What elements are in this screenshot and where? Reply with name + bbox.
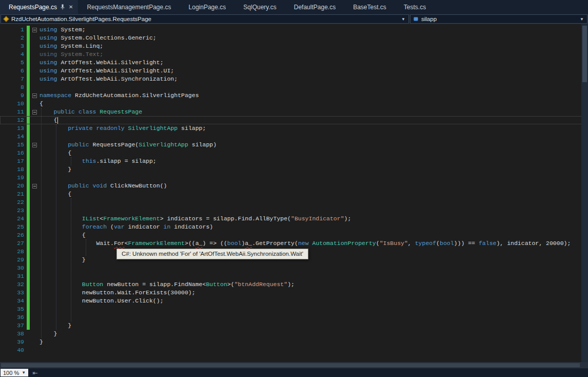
code-line-21[interactable]: 21 { <box>0 190 588 198</box>
fold-margin <box>30 157 40 165</box>
code-text: Wait.For<FrameworkElement>((a_) => ((boo… <box>40 239 571 248</box>
fold-margin <box>30 42 40 50</box>
code-line-35[interactable]: 35 <box>0 305 588 313</box>
line-number: 7 <box>0 75 27 83</box>
code-line-37[interactable]: 37 } <box>0 322 588 330</box>
code-line-27[interactable]: 27 Wait.For<FrameworkElement>((a_) => ((… <box>0 239 588 248</box>
code-line-3[interactable]: 3using System.Linq; <box>0 42 588 50</box>
code-line-13[interactable]: 13 private readonly SilverlightApp silap… <box>0 124 588 133</box>
code-line-30[interactable]: 30 <box>0 264 588 272</box>
code-line-16[interactable]: 16 { <box>0 149 588 157</box>
code-line-18[interactable]: 18 } <box>0 165 588 174</box>
code-line-34[interactable]: 34 newButton.User.Click(); <box>0 297 588 305</box>
code-line-4[interactable]: 4using System.Text; <box>0 50 588 59</box>
tab-requestsmanagementpage-cs[interactable]: RequestsManagementPage.cs <box>78 0 180 14</box>
splitter-handle-icon[interactable]: ⇤ <box>32 370 37 376</box>
status-bar: 100 % ▼ ⇤ <box>0 368 588 377</box>
line-number: 28 <box>0 248 27 256</box>
code-line-32[interactable]: 32 Button newButton = silapp.FindName<Bu… <box>0 280 588 289</box>
code-line-31[interactable]: 31 <box>0 272 588 280</box>
line-number: 5 <box>0 59 27 67</box>
code-line-9[interactable]: 9namespace RzdUchetAutomation.Silverligh… <box>0 91 588 100</box>
code-line-6[interactable]: 6using ArtOfTest.WebAii.Silverlight.UI; <box>0 67 588 75</box>
line-number: 25 <box>0 223 27 231</box>
code-line-33[interactable]: 33 newButton.Wait.ForExists(30000); <box>0 289 588 297</box>
collapse-icon[interactable] <box>32 28 37 32</box>
code-line-10[interactable]: 10{ <box>0 100 588 108</box>
code-text: namespace RzdUchetAutomation.Silverlight… <box>40 91 199 100</box>
code-editor[interactable]: 1using System;2using System.Collections.… <box>0 24 588 362</box>
collapse-icon[interactable] <box>32 184 37 188</box>
code-line-15[interactable]: 15 public RequestsPage(SilverlightApp si… <box>0 141 588 149</box>
tab-requestspage-cs[interactable]: RequestsPage.cs✕ <box>0 0 78 14</box>
line-number: 39 <box>0 338 27 346</box>
horizontal-scrollbar[interactable] <box>0 362 588 368</box>
code-line-2[interactable]: 2using System.Collections.Generic; <box>0 34 588 42</box>
tab-basetest-cs[interactable]: BaseTest.cs <box>344 0 395 14</box>
code-line-1[interactable]: 1using System; <box>0 26 588 34</box>
code-line-24[interactable]: 24 IList<FrameworkElement> indicators = … <box>0 215 588 223</box>
code-line-19[interactable]: 19 <box>0 174 588 182</box>
indent-guide <box>56 124 56 330</box>
fold-margin <box>30 322 40 330</box>
fold-margin <box>30 206 40 215</box>
code-line-40[interactable]: 40 <box>0 346 588 354</box>
code-line-8[interactable]: 8 <box>0 83 588 91</box>
pin-icon[interactable] <box>61 4 65 10</box>
tab-tests-cs[interactable]: Tests.cs <box>395 0 435 14</box>
chevron-down-icon[interactable]: ▼ <box>580 17 584 22</box>
navigation-bar: RzdUchetAutomation.SilverlightPages.Requ… <box>0 14 588 24</box>
horizontal-scrollbar-thumb[interactable] <box>1 363 580 367</box>
tab-sqlquery-cs[interactable]: SqlQuery.cs <box>234 0 285 14</box>
code-line-7[interactable]: 7using ArtOfTest.WebAii.Synchronization; <box>0 75 588 83</box>
collapse-icon[interactable] <box>32 93 37 98</box>
code-line-5[interactable]: 5using ArtOfTest.WebAii.Silverlight; <box>0 59 588 67</box>
collapse-icon[interactable] <box>32 143 37 147</box>
chevron-down-icon[interactable]: ▼ <box>401 17 405 22</box>
code-line-39[interactable]: 39} <box>0 338 588 346</box>
type-dropdown[interactable]: RzdUchetAutomation.SilverlightPages.Requ… <box>1 14 409 24</box>
code-text: using System.Collections.Generic; <box>40 34 156 42</box>
member-dropdown-value: silapp <box>421 16 437 22</box>
line-number: 20 <box>0 182 27 190</box>
line-number: 1 <box>0 26 27 34</box>
line-number: 17 <box>0 157 27 165</box>
member-dropdown[interactable]: silapp ▼ <box>410 14 587 24</box>
zoom-dropdown[interactable]: 100 % ▼ <box>1 369 28 376</box>
tab-loginpage-cs[interactable]: LoginPage.cs <box>180 0 235 14</box>
code-text: using ArtOfTest.WebAii.Silverlight.UI; <box>40 67 174 75</box>
code-line-20[interactable]: 20 public void ClickNewButton() <box>0 182 588 190</box>
line-number: 10 <box>0 100 27 108</box>
code-line-26[interactable]: 26 { <box>0 231 588 239</box>
code-line-14[interactable]: 14 <box>0 133 588 141</box>
code-line-22[interactable]: 22 <box>0 198 588 206</box>
line-number: 3 <box>0 42 27 50</box>
vertical-scrollbar-thumb[interactable] <box>582 26 587 82</box>
code-text: newButton.User.Click(); <box>40 297 164 305</box>
fold-margin <box>30 248 40 256</box>
fold-margin <box>30 108 40 116</box>
line-number: 21 <box>0 190 27 198</box>
code-line-23[interactable]: 23 <box>0 206 588 215</box>
fold-margin <box>30 330 40 338</box>
code-line-38[interactable]: 38 } <box>0 330 588 338</box>
tab-defaultpage-cs[interactable]: DefaultPage.cs <box>285 0 344 14</box>
code-line-36[interactable]: 36 <box>0 313 588 322</box>
close-icon[interactable]: ✕ <box>69 5 73 10</box>
fold-margin <box>30 75 40 83</box>
vertical-scrollbar[interactable] <box>581 24 588 362</box>
line-number: 29 <box>0 256 27 264</box>
indent-guide <box>71 198 71 322</box>
fold-margin <box>30 215 40 223</box>
code-line-11[interactable]: 11 public class RequestsPage <box>0 108 588 116</box>
code-text: foreach (var indicator in indicators) <box>40 223 213 231</box>
line-number: 34 <box>0 297 27 305</box>
collapse-icon[interactable] <box>32 110 37 115</box>
fold-margin <box>30 174 40 182</box>
tab-label: SqlQuery.cs <box>243 4 276 11</box>
code-line-17[interactable]: 17 this.silapp = silapp; <box>0 157 588 165</box>
fold-margin <box>30 141 40 149</box>
code-line-25[interactable]: 25 foreach (var indicator in indicators) <box>0 223 588 231</box>
code-line-12[interactable]: 12 { <box>0 116 588 124</box>
fold-margin <box>30 198 40 206</box>
